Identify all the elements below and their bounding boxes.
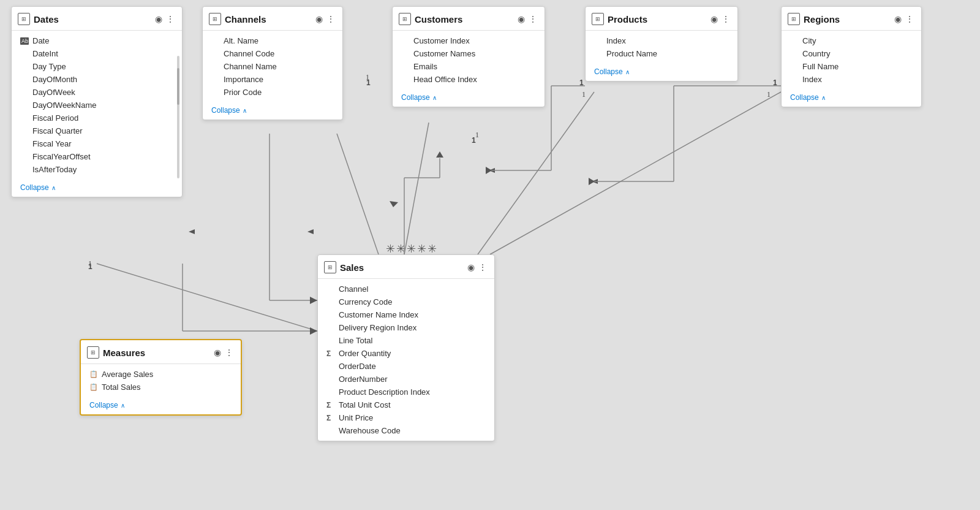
svg-line-6 [404, 123, 429, 254]
measures-table-title: Measures [103, 348, 210, 358]
field-channelcode: Channel Code [203, 47, 342, 60]
dates-table-body: Ab Date DateInt Day Type DayOfMonth DayO… [12, 31, 182, 180]
sales-eye-icon[interactable]: ◉ [467, 263, 475, 272]
products-table-title: Products [608, 14, 707, 25]
customers-table-icon: ⊞ [399, 13, 411, 25]
field-customernames: Customer Names [393, 47, 545, 60]
field-linetotal: Line Total [318, 334, 494, 347]
sum-icon: Σ [326, 349, 335, 358]
products-table-icon: ⊞ [592, 13, 604, 25]
measures-table-body: 📋 Average Sales 📋 Total Sales [81, 364, 241, 397]
field-altname: Alt. Name [203, 34, 342, 47]
field-daytype: Day Type [12, 60, 182, 73]
field-label: Fiscal Period [32, 113, 78, 123]
customers-table-title: Customers [415, 14, 514, 25]
dates-menu-icon[interactable]: ⋮ [166, 15, 175, 23]
svg-text:✳✳✳✳✳: ✳✳✳✳✳ [386, 243, 438, 255]
measures-menu-icon[interactable]: ⋮ [225, 348, 233, 357]
field-channel: Channel [318, 283, 494, 295]
field-deliveryregionindex: Delivery Region Index [318, 321, 494, 334]
regions-table-title: Regions [804, 14, 891, 25]
customers-cardinality-1: 1 [472, 136, 476, 145]
field-fiscalyear: Fiscal Year [12, 137, 182, 150]
field-index: Index [586, 34, 737, 47]
calc-icon-2: 📋 [89, 383, 98, 391]
measures-table-icon: ⊞ [87, 346, 99, 359]
svg-line-9 [478, 92, 594, 254]
field-label: FiscalYearOffset [32, 152, 91, 161]
field-country: Country [782, 47, 921, 60]
field-label: Country [802, 49, 831, 58]
regions-cardinality-1: 1 [773, 78, 777, 87]
sales-table-header: ⊞ Sales ◉ ⋮ [318, 255, 494, 279]
regions-table-icon: ⊞ [788, 13, 800, 25]
regions-table-header: ⊞ Regions ◉ ⋮ [782, 7, 921, 31]
customers-eye-icon[interactable]: ◉ [518, 15, 525, 23]
field-importance: Importance [203, 73, 342, 86]
dates-collapse[interactable]: Collapse [12, 180, 182, 197]
dates-table-header: ⊞ Dates ◉ ⋮ [12, 7, 182, 31]
regions-eye-icon[interactable]: ◉ [894, 15, 902, 23]
sales-menu-icon[interactable]: ⋮ [478, 263, 487, 272]
products-cardinality-1: 1 [579, 78, 584, 87]
field-fiscalperiod: Fiscal Period [12, 112, 182, 124]
regions-table-body: City Country Full Name Index [782, 31, 921, 89]
dates-table-title: Dates [34, 14, 151, 25]
svg-marker-8 [390, 201, 398, 207]
field-label: Average Sales [102, 370, 153, 379]
field-label: Channel [339, 284, 368, 294]
field-totalunitcost: Σ Total Unit Cost [318, 398, 494, 411]
channels-cardinality-label: 1 [366, 78, 371, 87]
field-label: OrderDate [339, 362, 376, 371]
dates-eye-icon[interactable]: ◉ [155, 15, 162, 23]
customers-menu-icon[interactable]: ⋮ [529, 15, 537, 23]
channels-collapse[interactable]: Collapse [203, 102, 342, 120]
diagram-canvas: 1 1 1 1 1 ✳✳✳✳✳ ▼ [0, 0, 980, 510]
svg-marker-34 [310, 297, 317, 304]
field-date: Ab Date [12, 34, 182, 47]
field-label: DayOfMonth [32, 75, 77, 84]
field-label: Total Sales [102, 382, 141, 392]
regions-collapse[interactable]: Collapse [782, 89, 921, 107]
field-emails: Emails [393, 60, 545, 73]
svg-marker-14 [592, 179, 598, 184]
field-currencycode: Currency Code [318, 295, 494, 308]
field-city: City [782, 34, 921, 47]
products-eye-icon[interactable]: ◉ [710, 15, 718, 23]
svg-line-3 [337, 134, 379, 254]
field-label: Emails [413, 62, 437, 71]
dates-table: ⊞ Dates ◉ ⋮ Ab Date DateInt Day Type D [11, 6, 183, 197]
products-collapse[interactable]: Collapse [586, 64, 737, 81]
measures-table-header: ⊞ Measures ◉ ⋮ [81, 340, 241, 364]
field-label: Prior Code [224, 88, 262, 97]
channels-menu-icon[interactable]: ⋮ [326, 15, 335, 23]
field-dayofweekname: DayOfWeekName [12, 99, 182, 112]
channels-table-icon: ⊞ [209, 13, 221, 25]
channels-table: ⊞ Channels ◉ ⋮ Alt. Name Channel Code Ch… [202, 6, 343, 120]
field-warehousecode: Warehouse Code [318, 424, 494, 437]
dates-cardinality-label: 1 [88, 262, 92, 271]
measures-collapse[interactable]: Collapse [81, 397, 241, 414]
channels-eye-icon[interactable]: ◉ [315, 15, 323, 23]
field-averagesales: 📋 Average Sales [81, 368, 241, 381]
regions-menu-icon[interactable]: ⋮ [905, 15, 914, 23]
products-table-body: Index Product Name [586, 31, 737, 64]
field-label: Customer Name Index [339, 310, 418, 319]
field-customerindex: Customer Index [393, 34, 545, 47]
field-label: Warehouse Code [339, 426, 401, 435]
field-label: Currency Code [339, 297, 392, 306]
field-label: Delivery Region Index [339, 323, 417, 332]
dates-table-icon: ⊞ [18, 13, 30, 25]
measures-eye-icon[interactable]: ◉ [214, 348, 221, 357]
field-productname: Product Name [586, 47, 737, 60]
field-label: OrderNumber [339, 375, 387, 384]
field-dateint: DateInt [12, 47, 182, 60]
customers-collapse[interactable]: Collapse [393, 89, 545, 107]
field-label: Full Name [802, 62, 839, 71]
field-label: DayOfWeek [32, 88, 75, 97]
products-menu-icon[interactable]: ⋮ [722, 15, 730, 23]
svg-marker-20 [436, 151, 443, 158]
field-label: IsAfterToday [32, 165, 77, 174]
field-label: Product Name [606, 49, 657, 58]
products-table-header: ⊞ Products ◉ ⋮ [586, 7, 737, 31]
